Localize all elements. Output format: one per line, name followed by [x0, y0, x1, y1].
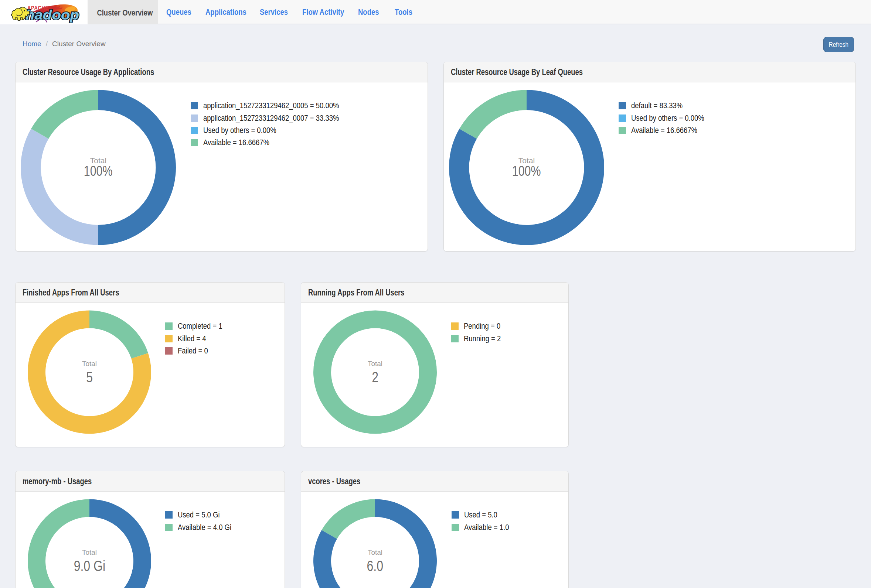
svg-text:hadoop: hadoop — [25, 7, 79, 22]
